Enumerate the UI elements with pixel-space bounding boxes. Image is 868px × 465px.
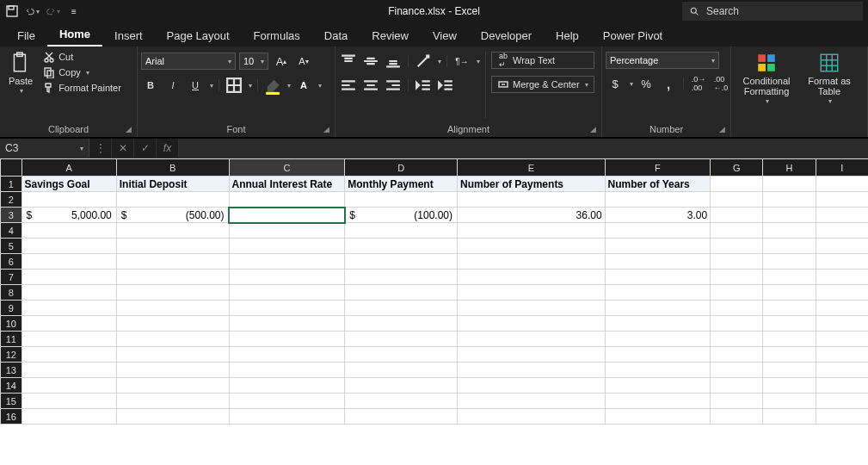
cell-G7[interactable] [711, 270, 763, 285]
cell-C15[interactable] [229, 394, 345, 409]
cell-G6[interactable] [711, 254, 763, 270]
alignment-launcher-icon[interactable]: ◢ [590, 125, 596, 133]
increase-font-icon[interactable]: A▴ [272, 52, 291, 71]
confirm-formula-icon[interactable]: ✓ [134, 139, 157, 158]
cell-I4[interactable] [816, 223, 868, 239]
cell-A1[interactable]: Savings Goal [22, 177, 116, 192]
cell-A3[interactable]: $5,000.00 [22, 208, 116, 223]
cell-I11[interactable] [816, 332, 868, 347]
decrease-indent-icon[interactable] [414, 76, 433, 95]
row-header-7[interactable]: 7 [1, 270, 22, 285]
cell-B1[interactable]: Initial Deposit [116, 177, 229, 192]
cell-B9[interactable] [116, 301, 229, 316]
cell-D7[interactable] [345, 270, 458, 285]
align-bottom-icon[interactable] [384, 52, 403, 71]
cell-E3[interactable]: 36.00 [458, 208, 606, 223]
row-header-4[interactable]: 4 [1, 223, 22, 239]
cell-D1[interactable]: Monthly Payment [345, 177, 458, 192]
cell-F12[interactable] [605, 347, 711, 363]
format-painter-button[interactable]: Format Painter [41, 81, 123, 95]
cell-C2[interactable] [229, 192, 345, 208]
cell-G13[interactable] [711, 363, 763, 378]
cell-C11[interactable] [229, 332, 345, 347]
cell-E7[interactable] [458, 270, 606, 285]
col-header-F[interactable]: F [605, 159, 711, 177]
cut-button[interactable]: Cut [41, 50, 123, 64]
cell-G16[interactable] [711, 409, 763, 425]
cell-F7[interactable] [605, 270, 711, 285]
cell-B4[interactable] [116, 223, 229, 239]
cell-C13[interactable] [229, 363, 345, 378]
cell-I7[interactable] [816, 270, 868, 285]
row-header-3[interactable]: 3 [1, 208, 22, 223]
cell-I15[interactable] [816, 394, 868, 409]
cell-A11[interactable] [22, 332, 116, 347]
row-header-5[interactable]: 5 [1, 239, 22, 254]
cell-G2[interactable] [711, 192, 763, 208]
align-center-icon[interactable] [361, 76, 380, 95]
cell-G4[interactable] [711, 223, 763, 239]
cell-D13[interactable] [345, 363, 458, 378]
underline-button[interactable]: U [186, 76, 205, 95]
tab-page-layout[interactable]: Page Layout [155, 25, 242, 46]
cell-I8[interactable] [816, 285, 868, 301]
font-launcher-icon[interactable]: ◢ [323, 125, 329, 133]
cell-B8[interactable] [116, 285, 229, 301]
col-header-D[interactable]: D [345, 159, 458, 177]
search-box[interactable]: Search [682, 2, 863, 21]
cell-D5[interactable] [345, 239, 458, 254]
cell-H2[interactable] [763, 192, 816, 208]
cell-C5[interactable] [229, 239, 345, 254]
cell-D11[interactable] [345, 332, 458, 347]
font-size-dropdown[interactable]: 10▾ [239, 53, 268, 70]
italic-button[interactable]: I [163, 76, 182, 95]
cell-B5[interactable] [116, 239, 229, 254]
cell-C4[interactable] [229, 223, 345, 239]
cell-C14[interactable] [229, 378, 345, 394]
row-header-10[interactable]: 10 [1, 316, 22, 332]
cell-D10[interactable] [345, 316, 458, 332]
cell-D3[interactable]: $(100.00) [345, 208, 458, 223]
col-header-A[interactable]: A [22, 159, 116, 177]
col-header-B[interactable]: B [116, 159, 229, 177]
wrap-text-button[interactable]: ab↵Wrap Text [491, 52, 594, 69]
cell-E1[interactable]: Number of Payments [458, 177, 606, 192]
cell-D6[interactable] [345, 254, 458, 270]
formula-input[interactable] [179, 139, 868, 158]
conditional-formatting-button[interactable]: Conditional Formatting▾ [735, 48, 798, 109]
tab-power-pivot[interactable]: Power Pivot [591, 25, 674, 46]
font-color-icon[interactable]: A [294, 76, 313, 95]
cell-D4[interactable] [345, 223, 458, 239]
cell-H10[interactable] [763, 316, 816, 332]
clipboard-launcher-icon[interactable]: ◢ [126, 125, 132, 133]
cell-D2[interactable] [345, 192, 458, 208]
cell-H12[interactable] [763, 347, 816, 363]
cell-B11[interactable] [116, 332, 229, 347]
cell-D8[interactable] [345, 285, 458, 301]
cell-F1[interactable]: Number of Years [605, 177, 711, 192]
cell-E2[interactable] [458, 192, 606, 208]
cell-F3[interactable]: 3.00 [605, 208, 711, 223]
cell-G11[interactable] [711, 332, 763, 347]
number-format-dropdown[interactable]: Percentage▾ [606, 52, 719, 69]
cell-D16[interactable] [345, 409, 458, 425]
cell-H9[interactable] [763, 301, 816, 316]
cell-G3[interactable] [711, 208, 763, 223]
cell-D15[interactable] [345, 394, 458, 409]
tab-review[interactable]: Review [360, 25, 421, 46]
percent-format-icon[interactable]: % [637, 74, 656, 93]
cell-I2[interactable] [816, 192, 868, 208]
cell-C9[interactable] [229, 301, 345, 316]
tab-view[interactable]: View [421, 25, 469, 46]
borders-icon[interactable] [225, 76, 243, 95]
cell-A5[interactable] [22, 239, 116, 254]
cell-E6[interactable] [458, 254, 606, 270]
cell-A15[interactable] [22, 394, 116, 409]
cell-G9[interactable] [711, 301, 763, 316]
number-launcher-icon[interactable]: ◢ [719, 125, 725, 133]
merge-center-button[interactable]: Merge & Center▾ [491, 76, 594, 93]
undo-icon[interactable]: ▾ [26, 4, 40, 18]
cell-G5[interactable] [711, 239, 763, 254]
cell-I10[interactable] [816, 316, 868, 332]
comma-format-icon[interactable]: , [659, 74, 678, 93]
